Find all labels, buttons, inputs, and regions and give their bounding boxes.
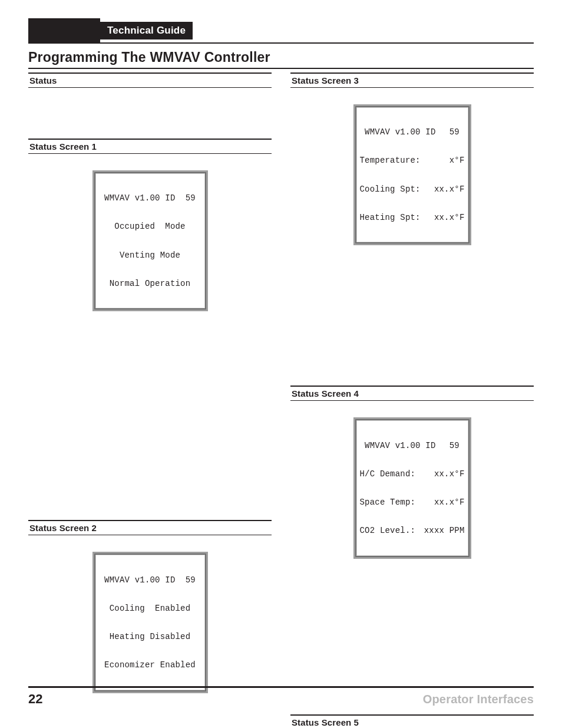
lcd-line: Cooling Enabled: [99, 604, 201, 613]
header-bar: Technical Guide: [28, 19, 534, 44]
footer-tag: Operator Interfaces: [423, 693, 534, 706]
lcd-cell-right: xx.x°F: [434, 213, 465, 222]
lcd-row: CO2 Level.:xxxx PPM: [360, 526, 465, 535]
lcd-screen-2-wrap: WMVAV v1.00 ID 59 Cooling Enabled Heatin…: [28, 552, 272, 693]
content-columns: Status Status Screen 1 WMVAV v1.00 ID 59…: [28, 73, 534, 728]
lcd-screen-3-wrap: WMVAV v1.00 ID59 Temperature:x°F Cooling…: [290, 104, 534, 245]
lcd-row: Space Temp:xx.x°F: [360, 498, 465, 507]
lcd-line: Venting Mode: [99, 251, 201, 260]
lcd-line: Normal Operation: [99, 279, 201, 288]
lcd-cell-left: Space Temp:: [360, 498, 416, 507]
lcd-cell-left: WMVAV v1.00 ID: [360, 127, 436, 137]
lcd-cell-right: xx.x°F: [434, 185, 465, 194]
lcd-row: H/C Demand:xx.x°F: [360, 469, 465, 479]
lcd-cell-right: 59: [449, 127, 465, 137]
lcd-cell-left: H/C Demand:: [360, 469, 416, 479]
lcd-screen-2: WMVAV v1.00 ID 59 Cooling Enabled Heatin…: [92, 552, 208, 693]
page: Technical Guide Programming The WMVAV Co…: [0, 0, 562, 728]
lcd-screen-4-wrap: WMVAV v1.00 ID59 H/C Demand:xx.x°F Space…: [290, 417, 534, 558]
lcd-cell-right: xxxx PPM: [424, 526, 465, 535]
lcd-line: Occupied Mode: [99, 222, 201, 231]
guide-title: Technical Guide: [100, 22, 193, 39]
lcd-screen-1-wrap: WMVAV v1.00 ID 59 Occupied Mode Venting …: [28, 170, 272, 311]
lcd-line: Heating Disabled: [99, 632, 201, 641]
lcd-row: Cooling Spt:xx.x°F: [360, 185, 465, 194]
page-footer: 22 Operator Interfaces: [28, 686, 534, 707]
lcd-cell-right: xx.x°F: [434, 469, 465, 479]
lcd-screen-3: WMVAV v1.00 ID59 Temperature:x°F Cooling…: [353, 104, 471, 245]
lcd-cell-left: WMVAV v1.00 ID: [360, 441, 436, 450]
header-accent-box: [28, 18, 100, 43]
lcd-line: Economizer Enabled: [99, 660, 201, 670]
status-screen-5-heading: Status Screen 5: [290, 714, 534, 728]
status-screen-3-heading: Status Screen 3: [290, 73, 534, 88]
lcd-cell-left: Cooling Spt:: [360, 185, 421, 194]
right-column: Status Screen 3 WMVAV v1.00 ID59 Tempera…: [290, 73, 534, 728]
status-screen-2-heading: Status Screen 2: [28, 520, 272, 535]
status-screen-1-heading: Status Screen 1: [28, 139, 272, 154]
page-title: Programming The WMVAV Controller: [28, 50, 534, 69]
lcd-row: WMVAV v1.00 ID59: [360, 127, 465, 137]
lcd-cell-left: Heating Spt:: [360, 213, 421, 222]
lcd-cell-right: 59: [449, 441, 465, 450]
left-column: Status Status Screen 1 WMVAV v1.00 ID 59…: [28, 73, 272, 728]
lcd-cell-left: Temperature:: [360, 156, 421, 165]
lcd-row: Temperature:x°F: [360, 156, 465, 165]
status-screen-4-heading: Status Screen 4: [290, 386, 534, 401]
lcd-line: WMVAV v1.00 ID 59: [99, 575, 201, 585]
lcd-row: Heating Spt:xx.x°F: [360, 213, 465, 222]
lcd-cell-left: CO2 Level.:: [360, 526, 416, 535]
lcd-row: WMVAV v1.00 ID59: [360, 441, 465, 450]
lcd-cell-right: x°F: [449, 156, 465, 165]
status-heading: Status: [28, 73, 272, 88]
page-number: 22: [28, 691, 42, 707]
lcd-cell-right: xx.x°F: [434, 498, 465, 507]
lcd-line: WMVAV v1.00 ID 59: [99, 193, 201, 203]
lcd-screen-4: WMVAV v1.00 ID59 H/C Demand:xx.x°F Space…: [353, 417, 471, 558]
lcd-screen-1: WMVAV v1.00 ID 59 Occupied Mode Venting …: [92, 170, 208, 311]
